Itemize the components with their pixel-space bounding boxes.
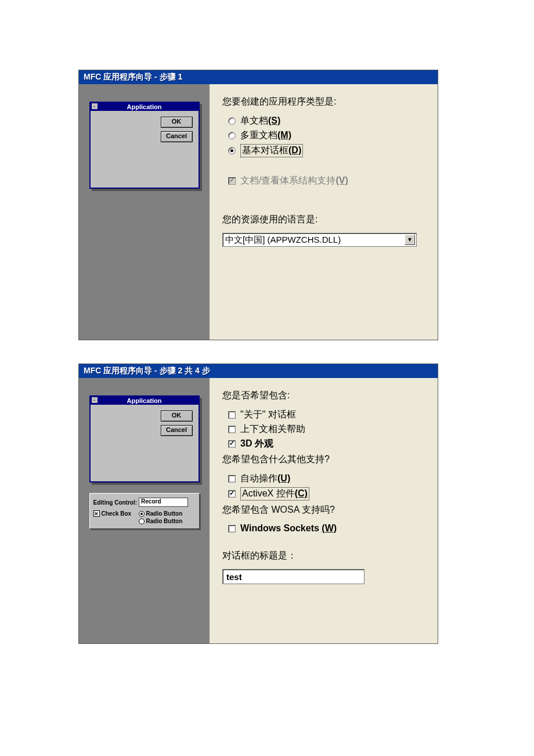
- preview-title: - Application: [91, 103, 199, 111]
- radio-multi-doc[interactable]: 多重文档(M): [228, 129, 425, 142]
- preview-ok-button-2: OK: [161, 411, 193, 422]
- preview-pane-2: - Application OK Cancel Editing Control:…: [79, 378, 210, 643]
- checkbox-icon: [228, 525, 236, 532]
- radio-icon: [228, 132, 236, 139]
- preview-record-input: Record: [139, 498, 188, 507]
- check-automation[interactable]: 自动操作(U): [228, 473, 425, 485]
- question-include: 您是否希望包含:: [222, 390, 425, 402]
- question-wosa: 您希望包含 WOSA 支持吗?: [222, 504, 425, 516]
- check-3d-look[interactable]: 3D 外观: [228, 438, 425, 450]
- checkbox-icon: [228, 475, 236, 483]
- radio-icon: [228, 117, 236, 125]
- titlebar-step-2: MFC 应用程序向导 - 步骤 2 共 4 步: [79, 364, 438, 378]
- language-value: 中文[中国] (APPWZCHS.DLL): [225, 235, 341, 246]
- preview-app-window-2: - Application OK Cancel: [89, 395, 200, 483]
- check-activex[interactable]: ActiveX 控件(C): [228, 487, 425, 501]
- sysmenu-icon: -: [92, 103, 98, 109]
- preview-cancel-button-2: Cancel: [161, 425, 193, 436]
- checkbox-icon: [228, 426, 236, 433]
- options-pane: 您要创建的应用程序类型是: 单文档(S) 多重文档(M) 基本对话框(D) 文档…: [210, 84, 438, 340]
- preview-pane: - Application OK Cancel: [79, 84, 210, 340]
- titlebar-step-1: MFC 应用程序向导 - 步骤 1: [79, 70, 438, 84]
- check-about-dialog[interactable]: "关于" 对话框: [228, 409, 425, 421]
- preview-title-2: - Application: [91, 397, 199, 405]
- wizard-step-1: MFC 应用程序向导 - 步骤 1 - Application OK Cance…: [78, 70, 438, 340]
- wizard-step-2: MFC 应用程序向导 - 步骤 2 共 4 步 - Application OK…: [78, 363, 438, 644]
- radio-dialog-based[interactable]: 基本对话框(D): [228, 144, 425, 157]
- question-language: 您的资源使用的语言是:: [222, 214, 425, 226]
- sysmenu-icon: -: [92, 397, 98, 403]
- preview-editing-row: Editing Control: Record: [93, 498, 196, 507]
- preview-app-window: - Application OK Cancel: [89, 102, 200, 189]
- options-pane-2: 您是否希望包含: "关于" 对话框 上下文相关帮助 3D 外观 您希望包含什么其…: [210, 378, 438, 643]
- question-app-type: 您要创建的应用程序类型是:: [222, 96, 425, 108]
- preview-ok-button: OK: [161, 117, 193, 128]
- preview-cancel-button: Cancel: [161, 131, 193, 142]
- preview-controls-panel: Editing Control: Record ✕ Check Box Radi…: [89, 493, 200, 529]
- radio-icon: [228, 147, 236, 154]
- checkbox-icon: [228, 440, 236, 448]
- dialog-title-input[interactable]: [222, 569, 365, 584]
- checkbox-icon: [228, 177, 236, 185]
- language-dropdown[interactable]: 中文[中国] (APPWZCHS.DLL) ▼: [222, 233, 417, 247]
- radio-single-doc[interactable]: 单文档(S): [228, 115, 425, 127]
- dropdown-arrow-icon[interactable]: ▼: [405, 235, 415, 245]
- check-context-help[interactable]: 上下文相关帮助: [228, 423, 425, 435]
- preview-radio-icon: [139, 511, 145, 517]
- checkbox-icon: [228, 411, 236, 419]
- preview-checkbox-icon: ✕: [93, 510, 100, 517]
- preview-radio-icon-2: [139, 519, 145, 524]
- check-windows-sockets[interactable]: Windows Sockets (W): [228, 523, 425, 534]
- question-dialog-title: 对话框的标题是：: [222, 550, 425, 562]
- question-other-support: 您希望包含什么其他支持?: [222, 453, 425, 466]
- check-docview-support: 文档/查看体系结构支持(V): [228, 175, 425, 187]
- checkbox-icon: [228, 490, 236, 498]
